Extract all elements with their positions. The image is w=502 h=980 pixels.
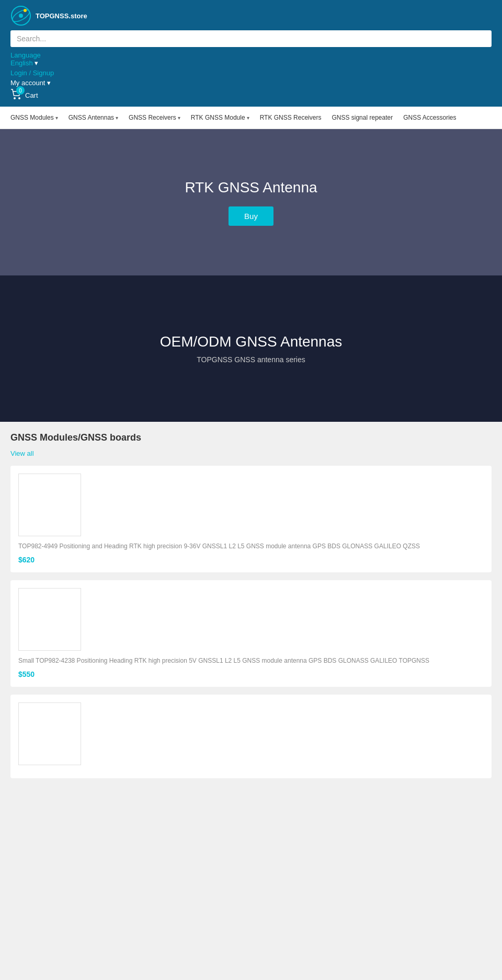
- site-header: TOPGNSS.store Search... Language English…: [0, 0, 502, 107]
- nav-label-gnss-receivers: GNSS Receivers: [129, 114, 176, 121]
- product-image-2: [18, 588, 81, 651]
- hero-banner-1: RTK GNSS Antenna Buy: [0, 129, 502, 275]
- svg-point-3: [24, 9, 27, 12]
- products-section: GNSS Modules/GNSS boards View all TOP982…: [0, 422, 502, 789]
- nav-item-gnss-antennas[interactable]: GNSS Antennas ▾: [63, 107, 123, 129]
- nav-item-gnss-receivers[interactable]: GNSS Receivers ▾: [123, 107, 186, 129]
- nav-label-gnss-antennas: GNSS Antennas: [69, 114, 114, 121]
- nav-chevron-gnss-modules: ▾: [55, 115, 58, 121]
- nav-label-gnss-signal-repeater: GNSS signal repeater: [332, 114, 393, 121]
- section-header: GNSS Modules/GNSS boards: [10, 432, 492, 443]
- svg-point-2: [19, 14, 23, 18]
- nav-item-rtk-gnss-module[interactable]: RTK GNSS Module ▾: [186, 107, 255, 129]
- nav-item-gnss-modules[interactable]: GNSS Modules ▾: [5, 107, 63, 129]
- logo-text: TOPGNSS.store: [36, 12, 87, 20]
- nav-label-gnss-modules: GNSS Modules: [10, 114, 54, 121]
- cart-label: Cart: [25, 91, 38, 99]
- svg-point-4: [14, 97, 16, 99]
- nav-item-gnss-signal-repeater[interactable]: GNSS signal repeater: [326, 107, 398, 129]
- login-signup-link[interactable]: Login / Signup: [10, 69, 492, 77]
- cart-icon-wrap: 0: [10, 89, 22, 101]
- my-account-label: My account: [10, 79, 45, 87]
- cart-area[interactable]: 0 Cart: [10, 89, 492, 101]
- hero-title-1: RTK GNSS Antenna: [185, 179, 317, 196]
- language-label: Language: [10, 51, 41, 59]
- language-selector[interactable]: Language English ▾: [10, 51, 492, 67]
- section-title: GNSS Modules/GNSS boards: [10, 432, 141, 443]
- header-controls: Language English ▾ Login / Signup My acc…: [10, 51, 492, 101]
- product-price-2: $550: [18, 670, 35, 678]
- hero-title-2: OEM/ODM GNSS Antennas: [160, 333, 343, 350]
- nav-chevron-gnss-antennas: ▾: [116, 115, 118, 121]
- view-all-link[interactable]: View all: [10, 449, 34, 457]
- product-price-1: $620: [18, 556, 35, 564]
- product-name-1: TOP982-4949 Positioning and Heading RTK …: [18, 541, 484, 551]
- product-card-3[interactable]: [10, 695, 492, 778]
- product-image-1: [18, 474, 81, 536]
- search-bar[interactable]: Search...: [10, 30, 492, 47]
- hero-buy-button[interactable]: Buy: [229, 206, 273, 226]
- nav-chevron-rtk-gnss-module: ▾: [247, 115, 249, 121]
- product-card-2[interactable]: Small TOP982-4238 Positioning Heading RT…: [10, 580, 492, 687]
- search-placeholder: Search...: [17, 34, 46, 43]
- hero-banner-2: OEM/ODM GNSS Antennas TOPGNSS GNSS anten…: [0, 275, 502, 422]
- nav-label-gnss-accessories: GNSS Accessories: [403, 114, 456, 121]
- main-nav: GNSS Modules ▾ GNSS Antennas ▾ GNSS Rece…: [0, 107, 502, 129]
- product-image-3: [18, 702, 81, 765]
- nav-label-rtk-gnss-receivers: RTK GNSS Receivers: [260, 114, 322, 121]
- product-name-2: Small TOP982-4238 Positioning Heading RT…: [18, 656, 484, 665]
- svg-point-5: [18, 97, 20, 99]
- my-account-menu[interactable]: My account ▾: [10, 79, 492, 87]
- language-value: English: [10, 59, 33, 67]
- hero-subtitle-2: TOPGNSS GNSS antenna series: [197, 355, 305, 364]
- nav-label-rtk-gnss-module: RTK GNSS Module: [191, 114, 245, 121]
- logo-icon: [10, 5, 31, 26]
- cart-badge: 0: [16, 86, 25, 95]
- nav-item-rtk-gnss-receivers[interactable]: RTK GNSS Receivers: [255, 107, 327, 129]
- nav-item-gnss-accessories[interactable]: GNSS Accessories: [398, 107, 461, 129]
- nav-chevron-gnss-receivers: ▾: [178, 115, 180, 121]
- logo-area[interactable]: TOPGNSS.store: [10, 5, 492, 26]
- product-card-1[interactable]: TOP982-4949 Positioning and Heading RTK …: [10, 466, 492, 572]
